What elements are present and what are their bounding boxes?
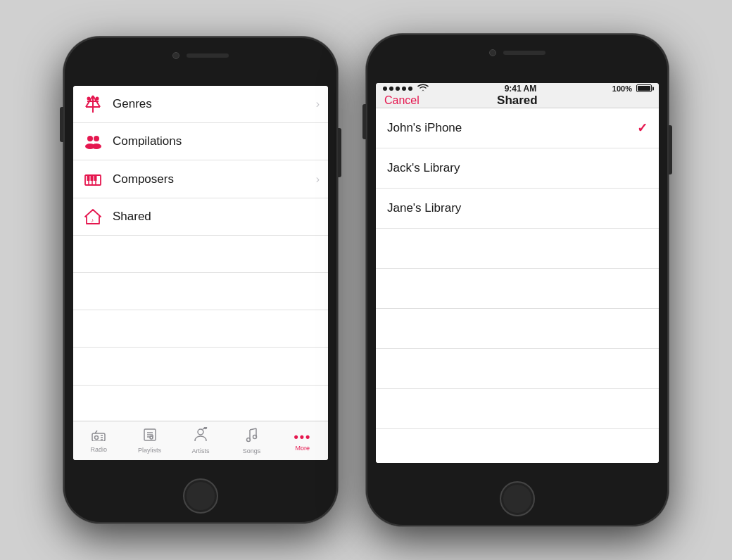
battery-percent: 100% bbox=[612, 84, 632, 93]
empty-row-2 bbox=[73, 273, 328, 310]
status-bar: 9:41 AM 100% bbox=[376, 83, 659, 94]
signal-dot-2 bbox=[389, 87, 393, 91]
signal-dot-3 bbox=[396, 87, 400, 91]
svg-point-38 bbox=[247, 438, 251, 442]
empty-row-1 bbox=[73, 236, 328, 273]
shared-item-janes-library[interactable]: Jane's Library bbox=[376, 189, 659, 229]
menu-item-shared[interactable]: ♪ Shared › bbox=[73, 198, 328, 236]
svg-point-8 bbox=[94, 136, 99, 141]
svg-rect-17 bbox=[94, 175, 97, 181]
battery-fill bbox=[638, 86, 650, 91]
svg-point-5 bbox=[87, 97, 91, 101]
shared-list: John's iPhone ✓ Jack's Library Jane's Li… bbox=[376, 108, 659, 463]
music-library-list: Genres › Compilations › bbox=[73, 86, 328, 460]
radio-tab-label: Radio bbox=[90, 446, 107, 453]
songs-icon bbox=[244, 427, 258, 446]
empty-row-3 bbox=[73, 310, 328, 348]
right-phone: 9:41 AM 100% Cancel Shared John's iPhone bbox=[366, 34, 669, 526]
tab-radio[interactable]: Radio bbox=[73, 428, 124, 453]
more-icon: ••• bbox=[294, 431, 311, 443]
right-screen: 9:41 AM 100% Cancel Shared John's iPhone bbox=[376, 83, 659, 463]
johns-iphone-label: John's iPhone bbox=[387, 121, 462, 135]
shared-empty-2 bbox=[376, 269, 659, 309]
svg-point-22 bbox=[95, 436, 99, 440]
artists-icon bbox=[193, 427, 208, 446]
empty-row-4 bbox=[73, 348, 328, 385]
nav-title: Shared bbox=[419, 94, 615, 108]
camera-dot bbox=[172, 52, 179, 59]
home-button-left[interactable] bbox=[183, 478, 218, 514]
wifi-icon bbox=[417, 83, 429, 94]
right-speaker bbox=[503, 51, 545, 55]
shared-label: Shared bbox=[113, 210, 316, 224]
playlists-tab-label: Playlists bbox=[138, 447, 161, 454]
tab-more[interactable]: ••• More bbox=[277, 431, 328, 452]
shared-empty-5 bbox=[376, 389, 659, 429]
svg-rect-15 bbox=[87, 175, 90, 181]
shared-item-jacks-library[interactable]: Jack's Library bbox=[376, 148, 659, 189]
right-camera-area bbox=[489, 49, 545, 56]
checkmark-johns-iphone: ✓ bbox=[637, 120, 648, 136]
menu-item-compilations[interactable]: Compilations › bbox=[73, 123, 328, 160]
composers-label: Composers bbox=[113, 172, 316, 186]
svg-rect-16 bbox=[91, 175, 94, 181]
compilations-label: Compilations bbox=[113, 134, 316, 148]
jacks-library-label: Jack's Library bbox=[387, 161, 460, 175]
menu-item-genres[interactable]: Genres › bbox=[73, 86, 328, 123]
signal-dot-5 bbox=[408, 87, 412, 91]
left-phone: Genres › Compilations › bbox=[63, 37, 338, 523]
svg-point-32 bbox=[198, 429, 203, 435]
battery-bar bbox=[636, 84, 652, 92]
svg-point-39 bbox=[253, 435, 257, 439]
menu-item-composers[interactable]: Composers › bbox=[73, 160, 328, 198]
shared-icon: ♪ bbox=[82, 205, 104, 228]
svg-text:♪: ♪ bbox=[91, 217, 94, 224]
playlists-icon bbox=[142, 428, 158, 445]
shared-item-johns-iphone[interactable]: John's iPhone ✓ bbox=[376, 108, 659, 148]
compilations-icon bbox=[82, 130, 104, 153]
signal-dot-4 bbox=[402, 87, 406, 91]
nav-bar: Cancel Shared bbox=[376, 94, 659, 108]
tab-songs[interactable]: Songs bbox=[226, 427, 277, 454]
shared-empty-4 bbox=[376, 349, 659, 389]
right-camera-dot bbox=[489, 49, 496, 56]
battery-area: 100% bbox=[612, 84, 652, 93]
tab-bar: Radio Playlists bbox=[73, 421, 328, 460]
radio-icon bbox=[91, 428, 106, 445]
cancel-button[interactable]: Cancel bbox=[384, 94, 419, 107]
composers-icon bbox=[82, 168, 104, 191]
camera-area bbox=[172, 52, 229, 59]
shared-empty-3 bbox=[376, 309, 659, 349]
genres-label: Genres bbox=[113, 97, 316, 111]
svg-line-36 bbox=[250, 428, 256, 430]
shared-empty-1 bbox=[376, 229, 659, 269]
shared-empty-6 bbox=[376, 429, 659, 463]
empty-row-5 bbox=[73, 386, 328, 423]
svg-point-34 bbox=[205, 427, 207, 429]
artists-tab-label: Artists bbox=[192, 447, 210, 454]
tab-playlists[interactable]: Playlists bbox=[124, 428, 175, 454]
composers-chevron: › bbox=[316, 173, 320, 186]
speaker bbox=[187, 53, 229, 58]
signal-dot-1 bbox=[383, 87, 387, 91]
left-screen: Genres › Compilations › bbox=[73, 86, 328, 460]
genres-icon bbox=[82, 93, 104, 115]
genres-chevron: › bbox=[316, 98, 320, 110]
status-time: 9:41 AM bbox=[429, 84, 612, 94]
svg-point-7 bbox=[87, 136, 93, 141]
svg-point-6 bbox=[96, 97, 99, 101]
tab-artists[interactable]: Artists bbox=[175, 427, 226, 454]
svg-point-10 bbox=[92, 144, 101, 149]
more-tab-label: More bbox=[296, 445, 310, 452]
janes-library-label: Jane's Library bbox=[387, 201, 461, 215]
home-button-right[interactable] bbox=[500, 481, 535, 516]
shared-screen-content: 9:41 AM 100% Cancel Shared John's iPhone bbox=[376, 83, 659, 463]
signal-area bbox=[383, 83, 429, 94]
songs-tab-label: Songs bbox=[243, 447, 261, 454]
